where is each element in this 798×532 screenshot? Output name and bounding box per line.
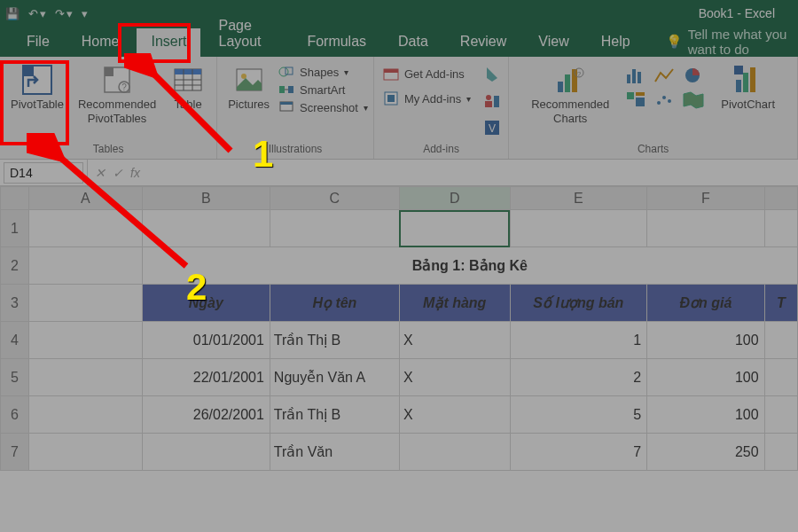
cell[interactable]: Trần Văn: [270, 434, 399, 471]
row-header[interactable]: 2: [1, 247, 29, 285]
screenshot-button[interactable]: Screenshot▾: [278, 99, 368, 115]
col-header[interactable]: F: [647, 187, 765, 210]
scatter-chart-icon[interactable]: [653, 90, 677, 110]
line-chart-icon[interactable]: [653, 66, 677, 85]
col-header[interactable]: D: [399, 187, 510, 210]
tab-home[interactable]: Home: [67, 28, 134, 57]
tab-data[interactable]: Data: [384, 28, 442, 57]
svg-point-43: [668, 99, 671, 103]
enter-icon[interactable]: ✓: [113, 166, 123, 180]
row-header[interactable]: 6: [1, 396, 29, 434]
col-header[interactable]: C: [270, 187, 399, 210]
ribbon-group-illustrations: Pictures Shapes▾ SmartArt Screenshot▾ Il…: [217, 57, 374, 159]
cell[interactable]: [399, 434, 510, 471]
col-header[interactable]: A: [28, 187, 142, 210]
cell[interactable]: Số lượng bán: [510, 285, 647, 322]
bar-chart-icon[interactable]: [625, 66, 648, 85]
cell[interactable]: Trần Thị B: [270, 322, 399, 359]
row-header[interactable]: 4: [1, 322, 29, 359]
svg-text:?: ?: [577, 70, 582, 78]
select-all-cell[interactable]: [1, 187, 29, 210]
get-addins-label: Get Add-ins: [404, 67, 465, 81]
cell[interactable]: Mặt hàng: [399, 285, 510, 322]
tab-page-layout[interactable]: Page Layout: [204, 12, 289, 57]
save-icon[interactable]: 💾: [5, 7, 20, 20]
pie-chart-icon[interactable]: [682, 66, 705, 85]
map-chart-icon[interactable]: [682, 90, 705, 110]
pivotchart-button[interactable]: PivotChart: [716, 60, 780, 113]
my-addins-button[interactable]: My Add-ins▾: [383, 90, 471, 106]
cell[interactable]: Nguyễn Văn A: [270, 359, 399, 396]
tab-view[interactable]: View: [524, 28, 583, 57]
cell[interactable]: Bảng 1: Bảng Kê: [142, 247, 797, 285]
cell[interactable]: Ngày: [142, 285, 270, 322]
pictures-button[interactable]: Pictures: [223, 60, 275, 113]
redo-icon[interactable]: ↷▾: [55, 7, 73, 20]
hierarchy-chart-icon[interactable]: [625, 90, 648, 110]
visio-icon[interactable]: V: [483, 119, 501, 140]
spreadsheet-grid[interactable]: A B C D E F 1 2 Bảng 1: Bảng Kê 3 Ngày H…: [0, 186, 798, 532]
smartart-button[interactable]: SmartArt: [278, 82, 345, 98]
cell[interactable]: 100: [647, 322, 765, 359]
cell[interactable]: X: [399, 322, 510, 359]
cell[interactable]: 01/01/2001: [142, 322, 270, 359]
people-graph-icon[interactable]: [483, 92, 501, 113]
tab-formulas[interactable]: Formulas: [293, 28, 380, 57]
svg-rect-1: [23, 66, 34, 76]
cell[interactable]: 2: [510, 359, 647, 396]
row-header[interactable]: 5: [1, 359, 29, 396]
recommended-charts-label: Recommended Charts: [531, 98, 609, 125]
pictures-icon: [231, 62, 267, 98]
cell[interactable]: 100: [647, 359, 765, 396]
svg-rect-44: [736, 80, 741, 92]
cell[interactable]: 1: [510, 322, 647, 359]
tell-me-search[interactable]: 💡 Tell me what you want to do: [666, 27, 798, 57]
col-header[interactable]: B: [142, 187, 270, 210]
formula-input[interactable]: [147, 160, 798, 185]
addins-icon: [383, 90, 399, 106]
cell[interactable]: X: [399, 396, 510, 434]
cell[interactable]: 100: [647, 396, 765, 434]
cell[interactable]: 7: [510, 434, 647, 471]
recommended-charts-button[interactable]: ? Recommended Charts: [526, 60, 614, 127]
fx-icon[interactable]: fx: [130, 166, 140, 180]
cell[interactable]: 5: [510, 396, 647, 434]
svg-rect-3: [105, 67, 113, 76]
cell[interactable]: [142, 434, 270, 471]
cell[interactable]: 250: [647, 434, 765, 471]
cell[interactable]: Đơn giá: [647, 285, 765, 322]
tab-help[interactable]: Help: [587, 28, 645, 57]
recommended-charts-icon: ?: [552, 62, 588, 98]
get-addins-button[interactable]: Get Add-ins: [383, 66, 465, 82]
col-header[interactable]: [764, 187, 797, 210]
tab-insert[interactable]: Insert: [137, 28, 200, 57]
name-box[interactable]: D14: [4, 162, 83, 184]
row-header[interactable]: 7: [1, 434, 29, 471]
shapes-button[interactable]: Shapes▾: [278, 64, 348, 80]
pivottable-label: PivotTable: [11, 98, 64, 112]
cell[interactable]: Họ tên: [270, 285, 399, 322]
cell[interactable]: 22/01/2001: [142, 359, 270, 396]
tab-file[interactable]: File: [12, 28, 64, 57]
cancel-icon[interactable]: ✕: [95, 166, 106, 180]
tab-review[interactable]: Review: [446, 28, 520, 57]
col-header[interactable]: E: [510, 187, 647, 210]
smartart-icon: [278, 82, 294, 98]
cell[interactable]: 26/02/2001: [142, 396, 270, 434]
cell[interactable]: T: [764, 285, 797, 322]
undo-icon[interactable]: ↶▾: [28, 7, 46, 20]
bing-maps-icon[interactable]: [483, 66, 501, 87]
qat-customize-icon[interactable]: ▾: [82, 7, 88, 20]
recommended-pivottables-button[interactable]: ? Recommended PivotTables: [73, 60, 161, 127]
pivottable-button[interactable]: PivotTable: [5, 60, 69, 113]
cell[interactable]: Trần Thị B: [270, 396, 399, 434]
ribbon-group-tables: PivotTable ? Recommended PivotTables Tab…: [0, 57, 217, 159]
row-header[interactable]: 3: [1, 285, 29, 322]
table-button[interactable]: Table: [165, 60, 211, 113]
ribbon: PivotTable ? Recommended PivotTables Tab…: [0, 57, 798, 160]
cell[interactable]: X: [399, 359, 510, 396]
row-header[interactable]: 1: [1, 210, 29, 247]
cell[interactable]: [399, 210, 510, 247]
store-icon: [383, 66, 399, 82]
svg-rect-19: [280, 102, 293, 105]
